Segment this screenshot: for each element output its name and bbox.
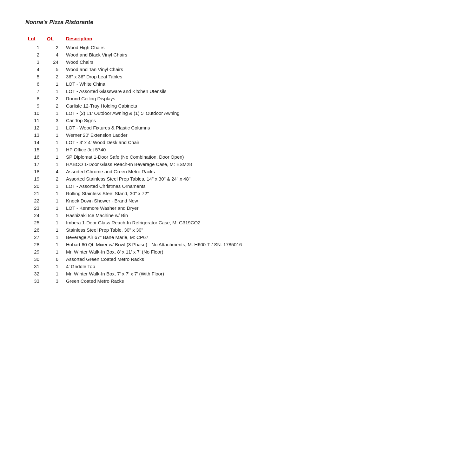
lot-number: 14 [25, 139, 44, 146]
table-row: 141LOT - 3' x 4' Wood Desk and Chair [25, 139, 451, 146]
table-row: 184Assorted Chrome and Green Metro Racks [25, 168, 451, 175]
table-row: 113Car Top Signs [25, 117, 451, 124]
description-value: HABCO 1-Door Glass Reach-In Beverage Cas… [63, 161, 451, 168]
table-row: 101LOT - (2) 11' Outdoor Awning & (1) 5'… [25, 109, 451, 117]
description-value: Beverage Air 67" Bane Marie, M: CP67 [63, 234, 451, 241]
lot-number: 12 [25, 124, 44, 131]
lot-number: 23 [25, 204, 44, 212]
lot-number: 7 [25, 88, 44, 95]
description-value: Round Ceiling Displays [63, 95, 451, 102]
qty-value: 1 [44, 212, 63, 219]
description-value: Wood High Chairs [63, 44, 451, 51]
table-row: 71LOT - Assorted Glassware and Kitchen U… [25, 88, 451, 95]
qty-value: 1 [44, 139, 63, 146]
table-row: 251Imbera 1-Door Glass Reach-In Refriger… [25, 219, 451, 226]
table-row: 82Round Ceiling Displays [25, 95, 451, 102]
qty-value: 1 [44, 190, 63, 197]
qty-value: 2 [44, 73, 63, 80]
description-value: Hashizaki Ice Machine w/ Bin [63, 212, 451, 219]
table-row: 321Mr. Winter Walk-In Box, 7' x 7' x 7' … [25, 270, 451, 277]
qty-value: 1 [44, 182, 63, 190]
lot-number: 21 [25, 190, 44, 197]
table-row: 161SP Diplomat 1-Door Safe (No Combinati… [25, 153, 451, 161]
description-value: LOT - Assorted Glassware and Kitchen Ute… [63, 88, 451, 95]
table-row: 241Hashizaki Ice Machine w/ Bin [25, 212, 451, 219]
lot-number: 33 [25, 277, 44, 285]
table-row: 151HP Office Jet 5740 [25, 146, 451, 153]
lot-number: 5 [25, 73, 44, 80]
table-row: 171HABCO 1-Door Glass Reach-In Beverage … [25, 161, 451, 168]
table-row: 291Mr. Winter Walk-In Box, 8' x 11' x 7'… [25, 248, 451, 255]
lot-number: 3 [25, 58, 44, 66]
lot-number: 9 [25, 102, 44, 109]
qty-value: 1 [44, 153, 63, 161]
table-row: 324Wood Chairs [25, 58, 451, 66]
qty-value: 1 [44, 124, 63, 131]
lot-number: 20 [25, 182, 44, 190]
page-title: Nonna's Pizza Ristorante [25, 19, 451, 26]
qty-value: 2 [44, 175, 63, 182]
qty-value: 1 [44, 197, 63, 204]
qty-value: 1 [44, 234, 63, 241]
lot-number: 10 [25, 109, 44, 117]
description-value: 4' Griddle Top [63, 263, 451, 270]
qty-value: 1 [44, 263, 63, 270]
lot-number: 13 [25, 131, 44, 139]
description-value: Wood and Black Vinyl Chairs [63, 51, 451, 58]
description-value: Assorted Green Coated Metro Racks [63, 255, 451, 263]
table-row: 306Assorted Green Coated Metro Racks [25, 255, 451, 263]
description-value: Assorted Stainless Steel Prep Tables, 14… [63, 175, 451, 182]
description-value: Mr. Winter Walk-In Box, 7' x 7' x 7' (Wi… [63, 270, 451, 277]
lot-number: 8 [25, 95, 44, 102]
table-row: 3114' Griddle Top [25, 263, 451, 270]
description-value: Hobart 60 Qt. Mixer w/ Bowl (3 Phase) - … [63, 241, 451, 248]
lot-number: 30 [25, 255, 44, 263]
qty-value: 4 [44, 51, 63, 58]
description-value: 36" x 36" Drop Leaf Tables [63, 73, 451, 80]
lot-number: 28 [25, 241, 44, 248]
lot-number: 17 [25, 161, 44, 168]
description-value: Rolling Stainless Steel Stand, 30" x 72" [63, 190, 451, 197]
lot-number: 22 [25, 197, 44, 204]
qty-value: 1 [44, 248, 63, 255]
table-row: 131Werner 20' Extension Ladder [25, 131, 451, 139]
description-value: Knock Down Shower - Brand New [63, 197, 451, 204]
description-value: HP Office Jet 5740 [63, 146, 451, 153]
lot-number: 6 [25, 80, 44, 88]
header-qty: Qt. [44, 35, 63, 44]
table-row: 231LOT - Kenmore Washer and Dryer [25, 204, 451, 212]
lot-number: 16 [25, 153, 44, 161]
description-value: Wood and Tan Vinyl Chairs [63, 66, 451, 73]
qty-value: 1 [44, 131, 63, 139]
table-row: 45Wood and Tan Vinyl Chairs [25, 66, 451, 73]
lot-number: 11 [25, 117, 44, 124]
table-row: 192Assorted Stainless Steel Prep Tables,… [25, 175, 451, 182]
qty-value: 6 [44, 255, 63, 263]
qty-value: 1 [44, 241, 63, 248]
lot-number: 4 [25, 66, 44, 73]
qty-value: 1 [44, 161, 63, 168]
description-value: LOT - Kenmore Washer and Dryer [63, 204, 451, 212]
header-description: Description [63, 35, 451, 44]
description-value: Carlisle 12-Tray Holding Cabinets [63, 102, 451, 109]
description-value: Werner 20' Extension Ladder [63, 131, 451, 139]
qty-value: 1 [44, 80, 63, 88]
table-row: 221Knock Down Shower - Brand New [25, 197, 451, 204]
qty-value: 24 [44, 58, 63, 66]
description-value: LOT - (2) 11' Outdoor Awning & (1) 5' Ou… [63, 109, 451, 117]
qty-value: 3 [44, 277, 63, 285]
qty-value: 1 [44, 88, 63, 95]
qty-value: 1 [44, 204, 63, 212]
lot-number: 25 [25, 219, 44, 226]
lot-number: 2 [25, 51, 44, 58]
table-row: 281Hobart 60 Qt. Mixer w/ Bowl (3 Phase)… [25, 241, 451, 248]
qty-value: 3 [44, 117, 63, 124]
table-row: 92Carlisle 12-Tray Holding Cabinets [25, 102, 451, 109]
table-row: 201LOT - Assorted Christmas Ornaments [25, 182, 451, 190]
qty-value: 1 [44, 219, 63, 226]
lot-table: Lot Qt. Description 12Wood High Chairs24… [25, 35, 451, 285]
table-row: 24Wood and Black Vinyl Chairs [25, 51, 451, 58]
table-row: 61LOT - White China [25, 80, 451, 88]
qty-value: 1 [44, 109, 63, 117]
description-value: Assorted Chrome and Green Metro Racks [63, 168, 451, 175]
